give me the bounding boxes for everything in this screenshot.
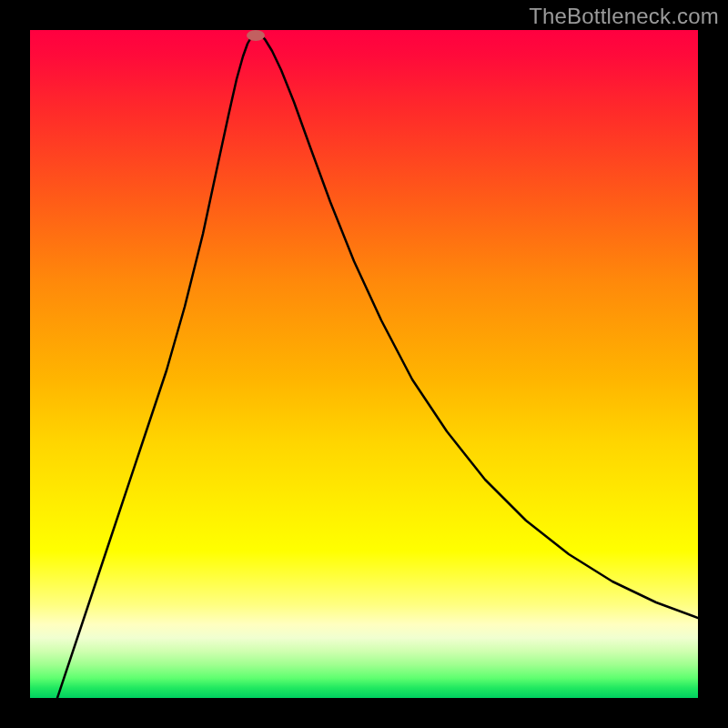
watermark-text: TheBottleneck.com [529,4,719,29]
chart-frame: TheBottleneck.com [0,0,728,728]
bottleneck-curve [57,34,698,698]
chart-svg [30,30,698,698]
plot-area [30,30,698,698]
min-marker [247,30,265,41]
